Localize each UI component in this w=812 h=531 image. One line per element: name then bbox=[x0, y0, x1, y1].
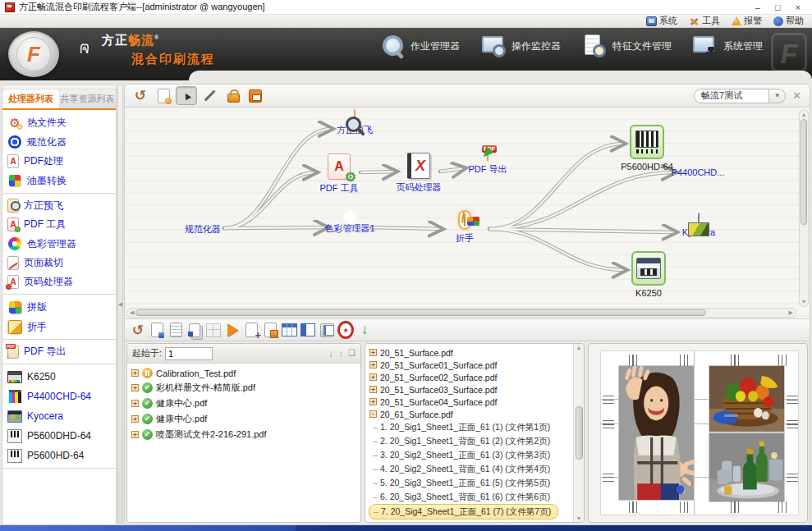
expander-icon[interactable]: - bbox=[369, 410, 377, 418]
surface-page-row[interactable]: 4. 20_Sig2_Sheet1_背面_61 (4) (文件第4页) bbox=[369, 462, 552, 476]
workflow-node-preflight[interactable]: 方正预飞 bbox=[315, 110, 394, 136]
job-tool-page-lines[interactable] bbox=[167, 322, 184, 338]
sidebar-item-ink-convert[interactable]: 油墨转换 bbox=[2, 171, 116, 190]
canvas-tool-line[interactable] bbox=[199, 86, 220, 105]
sidebar-item-page-cut[interactable]: 页面裁切 bbox=[2, 254, 116, 272]
chevron-down-icon[interactable]: ▼ bbox=[769, 89, 786, 103]
expander-icon[interactable]: + bbox=[369, 386, 377, 393]
surface-page-row[interactable]: 6. 20_Sig3_Sheet1_背面_61 (6) (文件第6页) bbox=[369, 490, 552, 504]
canvas-horizontal-scrollbar[interactable]: ◀▶ bbox=[126, 308, 796, 318]
sidebar-collapse-handle[interactable]: ◀ bbox=[117, 84, 123, 525]
sidebar-item-fold[interactable]: 折手 bbox=[2, 317, 116, 336]
sidebar-item-ink-cmyk[interactable]: P4400CHD-64 bbox=[2, 387, 116, 406]
workflow-node-pagenum[interactable]: 页码处理器 bbox=[379, 153, 458, 194]
sidebar-item-hot-folder[interactable]: 热文件夹 bbox=[2, 112, 116, 132]
workflow-node-pdfexport[interactable]: PDF 导出 bbox=[448, 149, 527, 176]
job-file-row[interactable]: +彩机样册文件-精简版.pdf bbox=[131, 380, 357, 396]
job-tool-record[interactable] bbox=[337, 322, 354, 338]
surface-page-row[interactable]: 3. 20_Sig2_Sheet1_正面_61 (3) (文件第3页) bbox=[369, 448, 552, 462]
canvas-tool-cursor[interactable] bbox=[176, 86, 197, 105]
job-file-row[interactable]: +喷墨测试文件2-216-291.pdf bbox=[131, 427, 357, 442]
close-button[interactable]: × bbox=[796, 2, 801, 13]
expander-icon[interactable]: + bbox=[369, 349, 377, 356]
canvas-tool-undo[interactable] bbox=[130, 86, 151, 105]
sidebar-item-page-num[interactable]: 页码处理器 bbox=[2, 272, 116, 291]
job-file-row[interactable]: +健康中心.pdf bbox=[131, 396, 357, 411]
surface-file-row[interactable]: -20_61_Surface.pdf bbox=[369, 408, 570, 420]
sidebar-item-color-wheel[interactable]: 色彩管理器 bbox=[2, 234, 116, 254]
header-button-feature-file[interactable]: 特征文件管理 bbox=[582, 34, 672, 57]
job-tool-page-add[interactable] bbox=[243, 322, 259, 338]
surface-file-row[interactable]: +20_51_Surface02_Surface.pdf bbox=[369, 371, 570, 383]
canvas-vertical-scrollbar[interactable]: ▲▼ bbox=[799, 109, 809, 307]
surface-file-row[interactable]: +20_51_Surface01_Surface.pdf bbox=[369, 359, 570, 371]
sidebar-item-impose[interactable]: 拼版 bbox=[2, 297, 116, 317]
surface-file-row[interactable]: +20_51_Surface04_Surface.pdf bbox=[369, 396, 570, 408]
sidebar-item-preflight[interactable]: 方正预飞 bbox=[2, 196, 116, 215]
job-tool-page-copy[interactable] bbox=[186, 322, 203, 338]
sidebar-item-normalizer[interactable]: 规范化器 bbox=[2, 132, 116, 152]
surface-file-row[interactable]: +20_51_Surface03_Surface.pdf bbox=[369, 383, 570, 396]
job-tool-download[interactable] bbox=[356, 322, 373, 338]
sidebar-item-pdf[interactable]: PDF处理 bbox=[2, 152, 116, 171]
sidebar-item-printer-k[interactable]: K6250 bbox=[2, 367, 116, 387]
minimize-button[interactable]: – bbox=[755, 2, 760, 13]
surface-page-row[interactable]: 2. 20_Sig1_Sheet1_背面_61 (2) (文件第2页) bbox=[369, 434, 552, 448]
tab-shared[interactable]: 共享资源列表 bbox=[59, 89, 116, 108]
surface-page-row[interactable]: 1. 20_Sig1_Sheet1_正面_61 (1) (文件第1页) bbox=[369, 420, 552, 434]
header-button-op-monitor[interactable]: 操作监控器 bbox=[481, 34, 561, 57]
header-button-job-manager[interactable]: 作业管理器 bbox=[380, 34, 460, 57]
workflow-node-normalizer[interactable]: 规范化器 bbox=[163, 209, 242, 236]
canvas-tool-save[interactable] bbox=[245, 86, 266, 105]
new-page-icon[interactable]: ❑ bbox=[348, 348, 356, 359]
workflow-close-icon[interactable]: ✕ bbox=[789, 89, 805, 102]
surface-page-row[interactable]: 7. 20_Sig4_Sheet1_正面_61 (7) (文件第7页) bbox=[369, 504, 558, 520]
expander-icon[interactable]: + bbox=[131, 369, 139, 377]
canvas-tool-new-page[interactable] bbox=[153, 86, 174, 105]
start-at-input[interactable] bbox=[165, 347, 213, 360]
sidebar-item-pdf-tool[interactable]: PDF 工具 bbox=[2, 215, 116, 234]
workflow-canvas[interactable]: 规范化器方正预飞PDF 工具页码处理器PDF 导出色彩管理器1折手P5600HD… bbox=[124, 107, 810, 319]
move-down-icon[interactable]: ↓ bbox=[328, 348, 333, 359]
job-tool-table[interactable] bbox=[281, 322, 297, 338]
workflow-node-k6250[interactable]: K6250 bbox=[609, 251, 688, 298]
job-tool-page-blue[interactable] bbox=[149, 322, 165, 338]
job-tool-undo[interactable] bbox=[130, 322, 146, 338]
workflow-node-fold[interactable]: 折手 bbox=[425, 210, 504, 245]
brand-logo-button[interactable]: F bbox=[8, 31, 59, 77]
expander-icon[interactable]: + bbox=[131, 415, 139, 423]
workflow-select-input[interactable] bbox=[694, 89, 769, 103]
workflow-node-pdftool[interactable]: PDF 工具 bbox=[300, 153, 378, 195]
sidebar-item-printer-bars[interactable]: P5600HD-64 bbox=[2, 446, 116, 465]
sidebar-item-printer-bars[interactable]: P5600DHD-64 bbox=[2, 426, 116, 446]
imposition-preview[interactable] bbox=[600, 350, 799, 515]
job-tool-page-export[interactable] bbox=[262, 322, 278, 338]
canvas-tool-lock[interactable] bbox=[222, 86, 243, 105]
expander-icon[interactable]: + bbox=[131, 384, 139, 391]
job-tool-archive[interactable] bbox=[319, 322, 335, 338]
tab-processors[interactable]: 处理器列表 bbox=[2, 89, 59, 108]
menu-alarm[interactable]: 报警 bbox=[732, 15, 762, 27]
surface-scrollbar[interactable]: ▲▼ bbox=[573, 344, 584, 522]
restore-button[interactable]: □ bbox=[775, 2, 781, 13]
sidebar-item-printer-kyo[interactable]: Kyocera bbox=[2, 406, 116, 426]
job-file-row[interactable]: +健康中心.pdf bbox=[131, 411, 357, 427]
expander-icon[interactable]: + bbox=[369, 398, 377, 405]
workflow-node-p4400[interactable]: P4400CHD... bbox=[658, 153, 737, 177]
surface-page-row[interactable]: 8. 20_Sig4_Sheet1_背面_61 (8) (文件第8页) bbox=[369, 520, 552, 522]
job-tool-play[interactable] bbox=[224, 322, 241, 338]
expander-icon[interactable]: + bbox=[369, 361, 377, 368]
sidebar-item-pdf-export[interactable]: PDF 导出 bbox=[2, 342, 116, 361]
surface-file-row[interactable]: +20_51_Surface.pdf bbox=[369, 346, 570, 359]
menu-tools[interactable]: 工具 bbox=[689, 15, 720, 27]
expander-icon[interactable]: + bbox=[131, 400, 139, 407]
menu-help[interactable]: 帮助 bbox=[773, 15, 804, 27]
menu-system[interactable]: 系统 bbox=[646, 15, 677, 27]
job-tool-cards[interactable] bbox=[300, 322, 316, 338]
expander-icon[interactable]: + bbox=[131, 431, 139, 438]
header-button-sys-manage[interactable]: 系统管理 bbox=[693, 34, 763, 57]
surface-page-row[interactable]: 5. 20_Sig3_Sheet1_正面_61 (5) (文件第5页) bbox=[369, 476, 552, 490]
move-up-icon[interactable]: ↑ bbox=[338, 348, 343, 359]
job-file-row[interactable]: +Calibration_Test.pdf bbox=[131, 366, 357, 380]
expander-icon[interactable]: + bbox=[369, 373, 377, 381]
